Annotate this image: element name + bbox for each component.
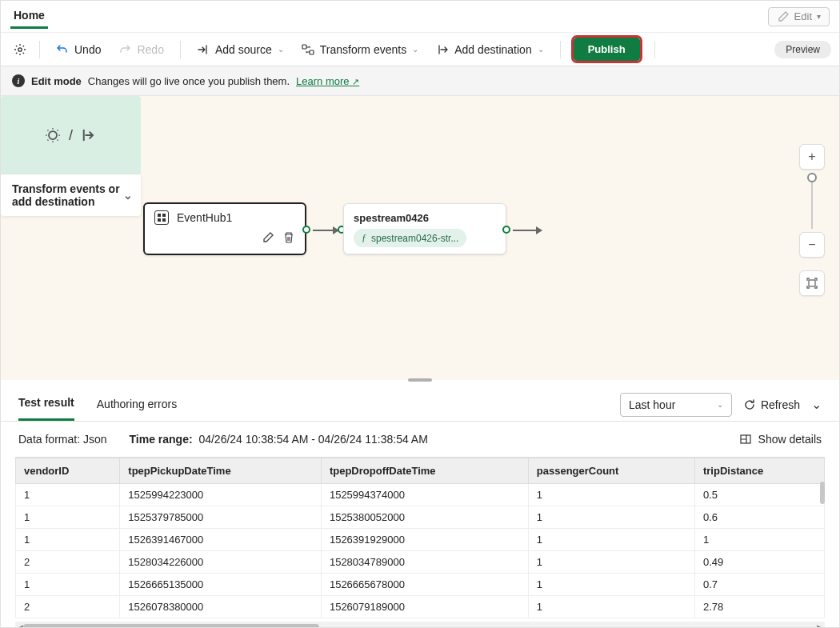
zoom-controls: + − xyxy=(799,144,825,296)
table-cell: 2 xyxy=(16,551,120,574)
column-header[interactable]: passengerCount xyxy=(528,458,694,484)
panel-tabs: Test result Authoring errors Last hour⌄ … xyxy=(1,382,839,422)
table-cell: 1 xyxy=(528,596,694,618)
result-table-wrap: vendorIDtpepPickupDateTimetpepDropoffDat… xyxy=(15,457,825,618)
chevron-down-icon[interactable]: ⌄ xyxy=(123,189,133,202)
add-source-icon xyxy=(197,43,210,56)
tab-authoring-errors[interactable]: Authoring errors xyxy=(97,390,177,420)
eventhub-icon xyxy=(154,210,169,225)
table-cell: 1526665678000 xyxy=(321,574,528,596)
table-cell: 0.7 xyxy=(694,574,824,596)
undo-button[interactable]: Undo xyxy=(48,38,109,61)
table-cell: 1526665135000 xyxy=(120,574,322,596)
redo-button: Redo xyxy=(110,38,171,61)
notice-bar: i Edit mode Changes will go live once yo… xyxy=(1,66,839,96)
table-cell: 1 xyxy=(694,529,824,551)
transform-label: Transform events xyxy=(320,43,406,56)
table-row[interactable]: 11525994223000152599437400010.5 xyxy=(16,484,825,506)
svg-rect-4 xyxy=(809,280,815,286)
stream-pill[interactable]: ƒ spestream0426-str... xyxy=(354,229,466,247)
table-cell: 1 xyxy=(16,574,120,596)
table-cell: 1 xyxy=(528,574,694,596)
svg-rect-1 xyxy=(302,45,306,49)
connector-arrow xyxy=(313,230,338,231)
learn-more-link[interactable]: Learn more ↗ xyxy=(296,75,359,87)
placeholder-label: Transform events or add destination xyxy=(12,182,123,208)
zoom-out-button[interactable]: − xyxy=(799,232,825,258)
scrollbar-thumb[interactable] xyxy=(23,624,319,628)
chevron-down-icon: ⌄ xyxy=(412,45,418,54)
table-cell: 1528034789000 xyxy=(321,551,528,574)
node-title: spestream0426 xyxy=(354,212,496,224)
table-row[interactable]: 21528034226000152803478900010.49 xyxy=(16,551,825,574)
table-cell: 1526391467000 xyxy=(120,529,322,551)
output-port[interactable] xyxy=(302,226,310,234)
redo-label: Redo xyxy=(137,43,163,56)
show-details-button[interactable]: Show details xyxy=(739,433,822,446)
node-eventhub[interactable]: EventHub1 xyxy=(143,202,306,255)
transform-events-button[interactable]: Transform events ⌄ xyxy=(294,38,426,61)
fit-icon xyxy=(806,277,818,290)
add-destination-button[interactable]: Add destination ⌄ xyxy=(428,38,552,61)
svg-point-3 xyxy=(49,131,57,139)
undo-icon xyxy=(56,43,69,56)
zoom-in-button[interactable]: + xyxy=(799,144,825,170)
top-bar: Home Edit ▾ xyxy=(1,1,839,33)
node-stream[interactable]: spestream0426 ƒ spestream0426-str... xyxy=(343,203,506,254)
destination-icon xyxy=(81,127,97,143)
column-header[interactable]: tpepPickupDateTime xyxy=(120,458,322,484)
edit-button: Edit ▾ xyxy=(768,7,830,26)
time-range-select[interactable]: Last hour⌄ xyxy=(620,393,732,417)
column-header[interactable]: tpepDropoffDateTime xyxy=(321,458,528,484)
flow-canvas[interactable]: EventHub1 spestream0426 ƒ spestream0426-… xyxy=(1,96,839,380)
table-cell: 1525994223000 xyxy=(120,484,322,506)
transform-icon xyxy=(302,43,314,56)
placeholder-icons: / xyxy=(1,96,141,174)
table-cell: 1526391929000 xyxy=(321,529,528,551)
table-cell: 1 xyxy=(528,551,694,574)
output-port[interactable] xyxy=(502,226,510,234)
table-cell: 2 xyxy=(16,596,120,618)
toolbar: Undo Redo Add source ⌄ Transform events … xyxy=(1,33,839,66)
external-icon: ↗ xyxy=(352,77,359,86)
table-row[interactable]: 21526078380000152607918900012.78 xyxy=(16,596,825,618)
fit-view-button[interactable] xyxy=(799,270,825,296)
pencil-icon[interactable] xyxy=(262,231,274,244)
chevron-down-icon: ⌄ xyxy=(538,45,544,54)
zoom-slider[interactable] xyxy=(811,173,813,229)
column-header[interactable]: vendorID xyxy=(16,458,120,484)
table-cell: 1525994374000 xyxy=(321,484,528,506)
table-row[interactable]: 11526665135000152666567800010.7 xyxy=(16,574,825,596)
tab-test-result[interactable]: Test result xyxy=(18,388,74,421)
horizontal-scrollbar[interactable]: ◀ ▶ xyxy=(15,622,825,628)
chevron-down-icon[interactable]: ⌄ xyxy=(811,397,822,412)
tab-home[interactable]: Home xyxy=(10,4,48,29)
table-cell: 1525380052000 xyxy=(321,506,528,529)
notice-message: Changes will go live once you publish th… xyxy=(88,75,290,87)
svg-rect-2 xyxy=(310,50,314,54)
result-meta: Data format: Json Time range: 04/26/24 1… xyxy=(1,422,839,457)
details-icon xyxy=(739,433,752,446)
trash-icon[interactable] xyxy=(282,231,295,244)
refresh-button[interactable]: Refresh xyxy=(743,398,800,411)
vertical-scrollbar[interactable] xyxy=(820,482,825,504)
panel-resize-handle[interactable] xyxy=(408,378,432,382)
publish-button[interactable]: Publish xyxy=(574,38,640,61)
node-placeholder[interactable]: / Transform events or add destination ⌄ xyxy=(1,96,141,216)
settings-button[interactable] xyxy=(9,38,31,61)
table-row[interactable]: 11525379785000152538005200010.6 xyxy=(16,506,825,529)
add-source-button[interactable]: Add source ⌄ xyxy=(189,38,292,61)
table-cell: 1 xyxy=(528,529,694,551)
table-cell: 0.49 xyxy=(694,551,824,574)
svg-point-0 xyxy=(18,47,22,50)
table-cell: 1 xyxy=(16,484,120,506)
table-cell: 1526079189000 xyxy=(321,596,528,618)
redo-icon xyxy=(118,43,131,56)
table-row[interactable]: 11526391467000152639192900011 xyxy=(16,529,825,551)
preview-button[interactable]: Preview xyxy=(774,41,831,58)
edit-label: Edit xyxy=(794,10,812,22)
connector-arrow xyxy=(513,230,542,231)
table-cell: 0.6 xyxy=(694,506,824,529)
table-cell: 1 xyxy=(16,506,120,529)
column-header[interactable]: tripDistance xyxy=(694,458,824,484)
